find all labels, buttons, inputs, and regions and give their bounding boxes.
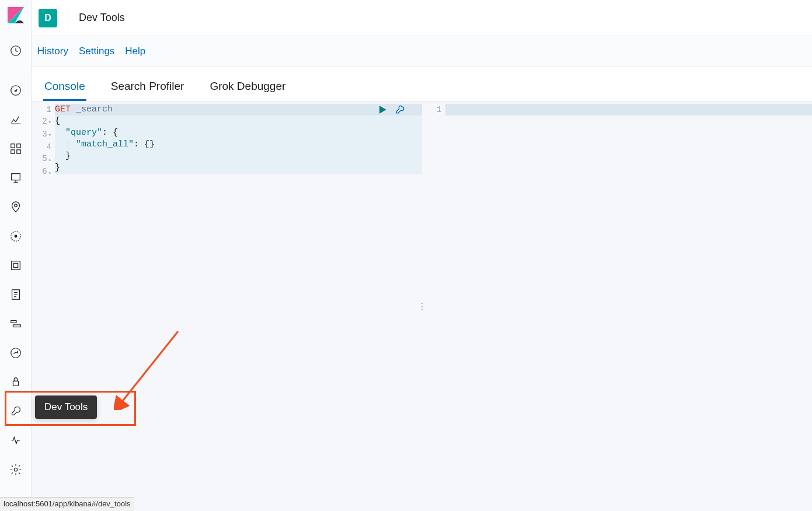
request-gutter: 1 2 3 4 5 6 <box>32 102 55 511</box>
monitoring-icon[interactable] <box>0 426 32 455</box>
nav-help[interactable]: Help <box>125 46 145 57</box>
svg-rect-16 <box>13 325 20 327</box>
send-request-icon[interactable] <box>377 104 388 118</box>
tab-console[interactable]: Console <box>43 80 86 101</box>
tabs: Console Search Profiler Grok Debugger <box>32 66 812 102</box>
request-editor[interactable]: GET _search { "query": { │ "match_all": … <box>55 102 422 511</box>
ml-icon[interactable] <box>0 222 32 251</box>
space-selector[interactable]: D <box>39 9 57 27</box>
browser-status-bar: localhost:5601/app/kibana#/dev_tools <box>0 497 134 511</box>
dev-tools-icon[interactable] <box>0 397 32 426</box>
discover-icon[interactable] <box>0 76 32 105</box>
main-area: D Dev Tools History Settings Help Consol… <box>32 0 812 511</box>
response-viewer <box>445 102 813 511</box>
svg-rect-12 <box>11 261 20 270</box>
canvas-icon[interactable] <box>0 163 32 192</box>
svg-rect-13 <box>13 263 18 267</box>
infrastructure-icon[interactable] <box>0 251 32 280</box>
svg-point-11 <box>15 235 17 237</box>
page-title: Dev Tools <box>79 12 125 24</box>
sub-nav: History Settings Help <box>32 36 812 66</box>
svg-rect-18 <box>13 381 18 386</box>
svg-rect-4 <box>11 144 14 148</box>
svg-rect-7 <box>16 150 20 153</box>
svg-point-9 <box>14 204 17 207</box>
divider <box>68 7 68 29</box>
apm-icon[interactable] <box>0 309 32 338</box>
request-pane[interactable]: 1 2 3 4 5 6 GET _search { "query": { │ "… <box>32 102 422 511</box>
svg-rect-6 <box>11 150 14 153</box>
visualize-icon[interactable] <box>0 105 32 134</box>
svg-point-17 <box>11 348 20 358</box>
svg-rect-5 <box>16 144 20 148</box>
maps-icon[interactable] <box>0 192 32 222</box>
kibana-logo[interactable] <box>6 6 25 24</box>
svg-marker-20 <box>379 106 386 113</box>
logs-icon[interactable] <box>0 280 32 309</box>
dashboard-icon[interactable] <box>0 134 32 163</box>
nav-settings[interactable]: Settings <box>79 46 114 57</box>
recent-icon[interactable] <box>0 36 32 65</box>
side-nav <box>0 0 32 511</box>
svg-rect-15 <box>11 321 16 323</box>
nav-tooltip: Dev Tools <box>35 396 97 419</box>
management-icon[interactable] <box>0 455 32 484</box>
tab-search-profiler[interactable]: Search Profiler <box>110 80 186 101</box>
response-pane[interactable]: 1 <box>422 102 813 511</box>
uptime-icon[interactable] <box>0 338 32 368</box>
console-panes: 1 2 3 4 5 6 GET _search { "query": { │ "… <box>32 102 812 511</box>
nav-history[interactable]: History <box>37 46 68 57</box>
siem-icon[interactable] <box>0 368 32 397</box>
svg-point-19 <box>14 468 18 471</box>
top-bar: D Dev Tools <box>32 0 812 36</box>
tab-grok-debugger[interactable]: Grok Debugger <box>208 80 287 101</box>
svg-rect-8 <box>11 174 20 180</box>
pane-splitter[interactable]: ⋮ <box>417 301 427 312</box>
wrench-icon[interactable] <box>394 104 406 118</box>
